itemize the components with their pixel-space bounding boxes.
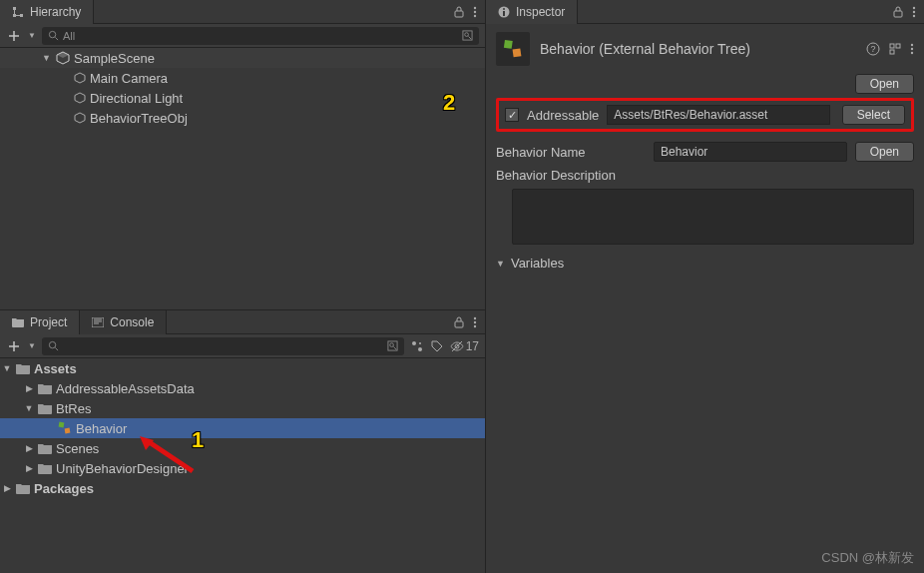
foldout-icon[interactable]: ▶ [24, 443, 34, 453]
open-button[interactable]: Open [855, 74, 914, 94]
kebab-icon[interactable] [912, 6, 916, 18]
folder-icon [16, 483, 30, 494]
svg-point-20 [49, 341, 55, 347]
gameobject-label: Directional Light [90, 91, 183, 106]
lock-icon[interactable] [453, 6, 465, 18]
svg-point-43 [911, 44, 913, 46]
gameobject-label: Main Camera [90, 71, 168, 86]
behavior-desc-input[interactable] [512, 189, 914, 245]
addressable-checkbox[interactable]: ✓ [505, 108, 519, 122]
gameobject-row[interactable]: Main Camera [0, 68, 485, 88]
variables-section[interactable]: ▼ Variables [496, 256, 914, 271]
folder-icon [16, 363, 30, 374]
folder-row[interactable]: ▶ AddressableAssetsData [0, 378, 485, 398]
gameobject-row[interactable]: Directional Light [0, 88, 485, 108]
search-type-icon[interactable] [462, 30, 473, 41]
console-tab-label: Console [110, 315, 154, 329]
folder-icon [38, 443, 52, 454]
add-button[interactable] [6, 338, 22, 354]
project-search[interactable] [42, 337, 404, 355]
inspector-tab-label: Inspector [516, 5, 565, 19]
svg-point-33 [913, 6, 915, 8]
svg-point-35 [913, 14, 915, 16]
hierarchy-tab-label: Hierarchy [30, 5, 81, 19]
svg-point-6 [474, 14, 476, 16]
addressable-path[interactable]: Assets/BtRes/Behavior.asset [607, 105, 829, 125]
dropdown-icon[interactable]: ▼ [28, 341, 36, 350]
search-icon [48, 340, 59, 351]
scene-name: SampleScene [74, 51, 155, 66]
svg-point-5 [474, 10, 476, 12]
assets-folder[interactable]: ▼ Assets [0, 358, 485, 378]
lock-icon[interactable] [892, 6, 904, 18]
behavior-asset-icon [58, 421, 72, 435]
dropdown-icon[interactable]: ▼ [28, 31, 36, 40]
search-type-icon[interactable] [387, 340, 398, 351]
svg-rect-28 [65, 428, 71, 434]
svg-rect-41 [896, 44, 900, 48]
folder-row[interactable]: ▶ UnityBehaviorDesigner [0, 458, 485, 478]
preset-icon[interactable] [888, 42, 902, 56]
behavior-name-label: Behavior Name [496, 145, 646, 160]
project-search-input[interactable] [63, 340, 383, 352]
svg-rect-0 [13, 7, 16, 10]
asset-thumbnail [496, 32, 530, 66]
gameobject-icon [74, 112, 86, 124]
callout-1: 1 [192, 427, 204, 453]
svg-point-24 [418, 347, 422, 351]
svg-point-7 [49, 31, 55, 37]
hierarchy-search[interactable] [42, 27, 479, 45]
svg-rect-3 [455, 11, 463, 17]
gameobject-row[interactable]: BehaviorTreeObj [0, 108, 485, 128]
kebab-icon[interactable] [473, 316, 477, 328]
add-button[interactable] [6, 28, 22, 44]
lock-icon[interactable] [453, 316, 465, 328]
inspector-tab[interactable]: Inspector [486, 0, 578, 24]
svg-point-4 [474, 6, 476, 8]
behavior-desc-label: Behavior Description [496, 168, 646, 183]
gameobject-icon [74, 92, 86, 104]
addressable-label: Addressable [527, 108, 599, 123]
packages-folder[interactable]: ▶ Packages [0, 478, 485, 498]
info-icon [498, 6, 510, 18]
btres-folder[interactable]: ▼ BtRes [0, 398, 485, 418]
filter-icon[interactable] [410, 339, 424, 353]
foldout-icon[interactable]: ▼ [42, 53, 52, 63]
select-button[interactable]: Select [842, 105, 905, 125]
hidden-count[interactable]: 17 [450, 339, 479, 353]
foldout-icon[interactable]: ▼ [496, 259, 505, 269]
console-icon [92, 317, 104, 327]
project-tab-label: Project [30, 315, 67, 329]
variables-label: Variables [511, 256, 564, 271]
tag-icon[interactable] [430, 339, 444, 353]
project-tab[interactable]: Project [0, 310, 80, 334]
scene-row[interactable]: ▼ SampleScene [0, 48, 485, 68]
foldout-icon[interactable]: ▶ [2, 483, 12, 493]
svg-marker-12 [75, 73, 85, 83]
svg-rect-32 [894, 11, 902, 17]
kebab-icon[interactable] [473, 6, 477, 18]
foldout-icon[interactable]: ▶ [24, 463, 34, 473]
hierarchy-tab[interactable]: Hierarchy [0, 0, 94, 24]
hierarchy-search-input[interactable] [63, 30, 458, 42]
svg-point-45 [911, 52, 913, 54]
help-icon[interactable]: ? [866, 42, 880, 56]
svg-rect-31 [503, 11, 505, 16]
behavior-asset[interactable]: Behavior [0, 418, 485, 438]
svg-rect-36 [504, 40, 513, 49]
foldout-icon[interactable]: ▼ [2, 363, 12, 373]
gameobject-icon [74, 72, 86, 84]
svg-point-23 [412, 341, 416, 345]
svg-point-22 [389, 343, 393, 347]
svg-point-18 [474, 320, 476, 322]
console-tab[interactable]: Console [80, 310, 167, 334]
svg-marker-14 [75, 113, 85, 123]
folder-row[interactable]: ▶ Scenes [0, 438, 485, 458]
behavior-name-input[interactable] [654, 142, 847, 162]
foldout-icon[interactable]: ▼ [24, 403, 34, 413]
kebab-icon[interactable] [910, 43, 914, 55]
open-button-2[interactable]: Open [855, 142, 914, 162]
svg-point-19 [474, 324, 476, 326]
foldout-icon[interactable]: ▶ [24, 383, 34, 393]
svg-marker-11 [57, 52, 69, 58]
